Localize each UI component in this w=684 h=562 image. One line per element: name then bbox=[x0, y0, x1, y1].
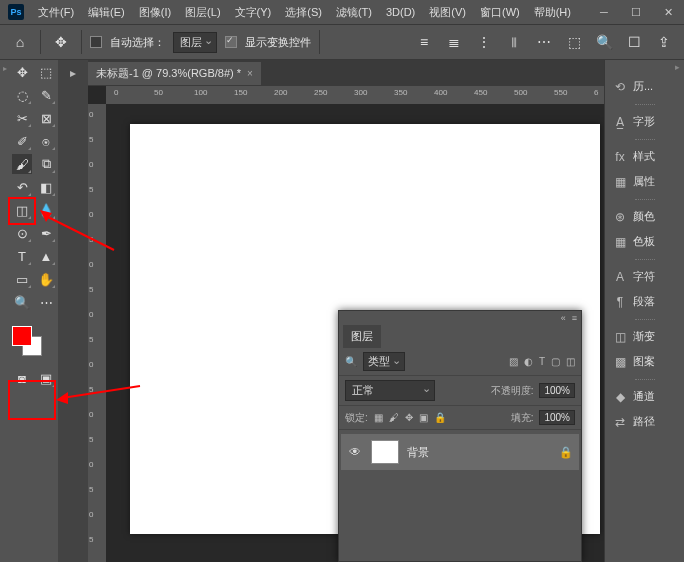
quick-mask-tool[interactable]: ◙ bbox=[12, 368, 32, 388]
layers-tab[interactable]: 图层 bbox=[343, 325, 381, 348]
ruler-tick: 0 bbox=[89, 210, 106, 219]
show-transform-checkbox[interactable] bbox=[225, 36, 237, 48]
dodge-tool[interactable]: ⊙ bbox=[12, 223, 32, 243]
blur-tool[interactable]: 💧 bbox=[36, 200, 56, 220]
filter-smart-icon[interactable]: ◫ bbox=[566, 356, 575, 367]
filter-shape-icon[interactable]: ▢ bbox=[551, 356, 560, 367]
panel-icon: fx bbox=[613, 150, 627, 164]
search-icon[interactable]: 🔍 bbox=[345, 356, 357, 367]
crop-tool[interactable]: ✂ bbox=[12, 108, 32, 128]
filter-type-icon[interactable]: T bbox=[539, 356, 545, 367]
eyedropper-tool[interactable]: ✐ bbox=[12, 131, 32, 151]
shape-tool[interactable]: ▭ bbox=[12, 269, 32, 289]
home-icon[interactable]: ⌂ bbox=[8, 30, 32, 54]
filter-adjust-icon[interactable]: ◐ bbox=[524, 356, 533, 367]
workspace-icon[interactable]: ☐ bbox=[622, 30, 646, 54]
quick-select-tool[interactable]: ✎ bbox=[36, 85, 56, 105]
menu-type[interactable]: 文字(Y) bbox=[229, 2, 278, 23]
align-icon[interactable]: ≡ bbox=[412, 30, 436, 54]
panel-通道[interactable]: ◆通道 bbox=[605, 384, 684, 409]
align-icon-3[interactable]: ⋮ bbox=[472, 30, 496, 54]
gradient-tool[interactable]: ◫ bbox=[12, 200, 32, 220]
healing-tool[interactable]: ⍟ bbox=[36, 131, 56, 151]
edit-toolbar[interactable]: ⋯ bbox=[36, 292, 56, 312]
brush-tool[interactable]: 🖌 bbox=[12, 154, 32, 174]
frame-tool[interactable]: ⊠ bbox=[36, 108, 56, 128]
marquee-tool[interactable]: ⬚ bbox=[36, 62, 56, 82]
layer-name[interactable]: 背景 bbox=[407, 445, 429, 460]
color-swatches[interactable] bbox=[12, 326, 42, 356]
panel-label: 字形 bbox=[633, 114, 655, 129]
type-tool[interactable]: T bbox=[12, 246, 32, 266]
zoom-tool[interactable]: 🔍 bbox=[12, 292, 32, 312]
foreground-color[interactable] bbox=[12, 326, 32, 346]
fill-input[interactable]: 100% bbox=[539, 410, 575, 425]
show-transform-label: 显示变换控件 bbox=[245, 35, 311, 50]
close-button[interactable]: ✕ bbox=[652, 0, 684, 24]
filter-image-icon[interactable]: ▨ bbox=[509, 356, 518, 367]
panels-collapse-icon[interactable]: ▸ bbox=[605, 60, 684, 74]
panel-字形[interactable]: A̲字形 bbox=[605, 109, 684, 134]
ruler-tick: 0 bbox=[89, 360, 106, 369]
close-icon[interactable]: × bbox=[247, 68, 253, 79]
menu-select[interactable]: 选择(S) bbox=[279, 2, 328, 23]
menu-image[interactable]: 图像(I) bbox=[133, 2, 177, 23]
menu-window[interactable]: 窗口(W) bbox=[474, 2, 526, 23]
filter-kind-dropdown[interactable]: 类型 bbox=[363, 352, 405, 371]
menu-file[interactable]: 文件(F) bbox=[32, 2, 80, 23]
panel-字符[interactable]: A字符 bbox=[605, 264, 684, 289]
panel-图案[interactable]: ▩图案 bbox=[605, 349, 684, 374]
clone-tool[interactable]: ⧉ bbox=[36, 154, 56, 174]
lock-position-icon[interactable]: ✥ bbox=[405, 412, 413, 423]
toolbox-expand-handle[interactable]: ▸ bbox=[0, 60, 10, 562]
menu-layer[interactable]: 图层(L) bbox=[179, 2, 226, 23]
opacity-input[interactable]: 100% bbox=[539, 383, 575, 398]
panel-色板[interactable]: ▦色板 bbox=[605, 229, 684, 254]
3d-icon[interactable]: ⬚ bbox=[562, 30, 586, 54]
lock-all-icon[interactable]: 🔒 bbox=[434, 412, 446, 423]
more-icon[interactable]: ⋯ bbox=[532, 30, 556, 54]
lock-transparency-icon[interactable]: ▦ bbox=[374, 412, 383, 423]
move-tool[interactable]: ✥ bbox=[12, 62, 32, 82]
share-icon[interactable]: ⇪ bbox=[652, 30, 676, 54]
lock-artboard-icon[interactable]: ▣ bbox=[419, 412, 428, 423]
layer-thumbnail[interactable] bbox=[371, 440, 399, 464]
hand-tool[interactable]: ✋ bbox=[36, 269, 56, 289]
panel-label: 颜色 bbox=[633, 209, 655, 224]
menu-edit[interactable]: 编辑(E) bbox=[82, 2, 131, 23]
panel-strip-expand-icon[interactable]: ▸ bbox=[70, 66, 76, 80]
blend-mode-dropdown[interactable]: 正常 bbox=[345, 380, 435, 401]
auto-select-checkbox[interactable] bbox=[90, 36, 102, 48]
panel-颜色[interactable]: ⊛颜色 bbox=[605, 204, 684, 229]
lasso-tool[interactable]: ◌ bbox=[12, 85, 32, 105]
panel-options-icon[interactable]: « bbox=[561, 313, 566, 323]
auto-select-dropdown[interactable]: 图层 bbox=[173, 32, 217, 53]
menu-filter[interactable]: 滤镜(T) bbox=[330, 2, 378, 23]
panel-属性[interactable]: ▦属性 bbox=[605, 169, 684, 194]
history-brush-tool[interactable]: ↶ bbox=[12, 177, 32, 197]
menu-view[interactable]: 视图(V) bbox=[423, 2, 472, 23]
minimize-button[interactable]: ─ bbox=[588, 0, 620, 24]
panel-渐变[interactable]: ◫渐变 bbox=[605, 324, 684, 349]
panel-样式[interactable]: fx样式 bbox=[605, 144, 684, 169]
lock-paint-icon[interactable]: 🖌 bbox=[389, 412, 399, 423]
panel-menu-icon[interactable]: ≡ bbox=[572, 313, 577, 323]
menu-3d[interactable]: 3D(D) bbox=[380, 3, 421, 21]
align-icon-2[interactable]: ≣ bbox=[442, 30, 466, 54]
panel-历...[interactable]: ⟲历... bbox=[605, 74, 684, 99]
search-icon[interactable]: 🔍 bbox=[592, 30, 616, 54]
layer-row[interactable]: 👁 背景 🔒 bbox=[341, 434, 579, 470]
panel-icon: ⊛ bbox=[613, 210, 627, 224]
document-tab[interactable]: 未标题-1 @ 79.3%(RGB/8#) * × bbox=[88, 62, 261, 85]
maximize-button[interactable]: ☐ bbox=[620, 0, 652, 24]
menu-help[interactable]: 帮助(H) bbox=[528, 2, 577, 23]
distribute-icon[interactable]: ⫴ bbox=[502, 30, 526, 54]
path-select-tool[interactable]: ▲ bbox=[36, 246, 56, 266]
panel-段落[interactable]: ¶段落 bbox=[605, 289, 684, 314]
pen-tool[interactable]: ✒ bbox=[36, 223, 56, 243]
panel-路径[interactable]: ⇄路径 bbox=[605, 409, 684, 434]
eraser-tool[interactable]: ◧ bbox=[36, 177, 56, 197]
visibility-icon[interactable]: 👁 bbox=[347, 445, 363, 459]
screen-mode-tool[interactable]: ▣ bbox=[36, 368, 56, 388]
move-tool-indicator-icon[interactable]: ✥ bbox=[49, 30, 73, 54]
